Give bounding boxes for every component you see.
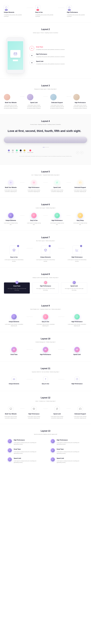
feature-desc: Lorem ipsum dolor sit amet, consectetur … (27, 189, 41, 192)
tap-icon: Hot (35, 5, 40, 10)
left-column: 1High PerformanceLorem ipsum is simply d… (8, 439, 40, 466)
feature-desc: Lorem ipsum is dummy text extraordinary … (4, 259, 24, 262)
feature-card: 3Speed LimitThe longer he lived, the mor… (61, 282, 87, 294)
feature-item: High Performance (67, 376, 87, 386)
color-option[interactable]: Purple (8, 150, 10, 153)
color-option[interactable]: (PRODUCT)RED (27, 150, 33, 153)
step-badge: 2 (44, 281, 47, 284)
feature-title: Easy to Use (27, 220, 41, 222)
feature-desc: Lorem ipsum is simply dummy text. (27, 222, 41, 226)
camera-icon (11, 376, 16, 382)
feature-card-dark: 1Great TeamThe longer he lived, the more… (4, 282, 30, 294)
feature-title: Unique Elements (4, 11, 24, 14)
section-title: Layout 3 (4, 84, 87, 87)
page-dot[interactable] (42, 147, 43, 148)
feature-item: Easy to UseLorem ipsum is dummy text ext… (4, 246, 24, 262)
step-item: 03 Speed LimitCompletely drive process w… (29, 60, 85, 65)
section-subtitle: Display Counter Used Social Style + Medi… (4, 277, 87, 278)
page-dot-active[interactable] (44, 147, 44, 148)
next-button[interactable]: › (80, 151, 83, 154)
feature-card: 2High PerformanceThe longer he lived, th… (32, 282, 59, 294)
feature-desc: Lorem ipsum dolor sit amet, consectetur … (4, 189, 18, 192)
feature-title: Speed Limit (50, 186, 64, 188)
check-badge (49, 245, 51, 247)
feature-item: 3High PerformanceLorem ipsum is simply d… (50, 213, 64, 226)
feature-desc: Lorem ipsum dolor sit amet, consectetur … (27, 416, 41, 419)
feature-title: High Performance (67, 256, 87, 258)
phone-button (13, 60, 18, 61)
feature-title: Unique Elements (4, 383, 24, 385)
color-option[interactable]: Green (16, 150, 18, 153)
step-circle: 02 (43, 347, 48, 352)
tap-icon (43, 376, 48, 382)
page-dot[interactable] (46, 147, 46, 148)
new-badge: New (5, 9, 8, 11)
layout8-section: Layout 8 Display Counter Used Social Sty… (0, 267, 91, 299)
page-dot[interactable] (48, 147, 49, 148)
shield-icon: New (4, 5, 9, 10)
feature-desc: Lorem ipsum dolor sit amet, consectetur … (27, 104, 41, 109)
feature-item: 1Unique ElementsLorem ipsum is simply du… (4, 213, 18, 226)
connector-line (67, 215, 71, 216)
step-desc: Lorem ipsum is simply dummy text of prin… (14, 451, 40, 454)
step-item: 3Speed LimitLorem ipsum is simply dummy … (8, 457, 40, 463)
feature-desc: Completely drive process with potential … (4, 14, 24, 17)
step-item: 2Great TeamLorem ipsum is simply dummy t… (8, 448, 40, 454)
feature-title: Unique Elements (35, 256, 56, 258)
feature-desc: Lorem ipsum is simply dummy text. (50, 222, 64, 226)
step-number: 03 (29, 60, 34, 65)
feature-item: 01Great Team (4, 347, 24, 356)
connector-line (67, 408, 71, 409)
color-option[interactable]: Silver (12, 150, 14, 153)
feature-title: Speed Limit (27, 102, 41, 104)
color-option[interactable]: Black (20, 150, 22, 153)
color-picker: Purple Silver Green Black Gold (PRODUCT)… (4, 150, 37, 153)
step-desc: Completely drive process with potential … (36, 56, 85, 58)
step-number: 01 (29, 46, 34, 50)
feature-item: Dedicated SupportLorem ipsum dolor sit a… (50, 94, 64, 109)
feature-title: High Performance (35, 354, 56, 356)
color-option[interactable]: Gold (24, 150, 25, 153)
section-subtitle: Custom Card Layout + Media Using Style 2 (4, 207, 87, 209)
step-badge: 1 (15, 281, 18, 284)
connector-line (27, 316, 33, 317)
feature-title: High Performance (50, 220, 64, 222)
step-item: 1High PerformanceLorem ipsum is simply d… (8, 439, 40, 445)
step-title: High Performance (14, 439, 40, 441)
step-title: Great Team (14, 448, 40, 450)
step-number: 3 (51, 457, 55, 462)
feature-title: Dedicated Support (73, 413, 87, 415)
section-subtitle: Share Reality Color + Separator Media Co… (4, 308, 87, 310)
svg-rect-9 (10, 408, 12, 409)
feature-item: Speed LimitLorem ipsum dolor sit amet, c… (50, 180, 64, 192)
connector-line (58, 316, 64, 317)
feature-title: Easy to Use (35, 11, 56, 14)
feature-item: Dedicated SupportLorem ipsum dolor sit a… (73, 406, 87, 419)
feature-item: Speed LimitLorem ipsum dolor sit amet, c… (27, 94, 41, 109)
feature-item: Easy to UseLorem ipsum dolor sit amet, c… (35, 314, 56, 327)
page-dot[interactable] (47, 147, 48, 148)
feature-title: Easy to Use (4, 256, 24, 258)
feature-desc: Lorem ipsum dolor sit amet, consectetur … (73, 416, 87, 419)
svg-point-6 (14, 379, 14, 380)
step-circle: 3 (54, 213, 60, 218)
feature-item: High PerformanceLorem ipsum dolor sit am… (27, 406, 41, 419)
svg-rect-5 (13, 379, 15, 380)
prev-button[interactable]: ‹ (76, 151, 79, 154)
feature-item: Speed LimitLorem ipsum dolor sit amet, c… (50, 406, 64, 419)
hot-badge: Hot (37, 9, 39, 11)
feature-title: Dedicated Support (50, 102, 64, 104)
feature-item: Build Your WebsiteLorem ipsum dolor sit … (4, 406, 18, 419)
feature-title: Unique Elements (4, 220, 18, 222)
step-number: 02 (29, 53, 34, 58)
right-column: 1High PerformanceLorem ipsum is simply d… (51, 439, 84, 466)
feature-desc: The longer he lived, the more did he was… (63, 288, 85, 291)
step-desc: Lorem ipsum is simply dummy text of prin… (14, 442, 40, 445)
feature-desc: Lorem ipsum dolor sit amet, consectetur … (67, 324, 87, 327)
connector-line (20, 215, 24, 216)
check-badge (80, 245, 82, 247)
page-dot[interactable] (45, 147, 45, 148)
feature-desc: Lorem ipsum dolor sit amet, consectetur … (35, 324, 56, 327)
bolt-icon (54, 180, 60, 185)
layout2-section: Layout 2 Vertical Layout + Phone + Anyth… (0, 22, 91, 79)
